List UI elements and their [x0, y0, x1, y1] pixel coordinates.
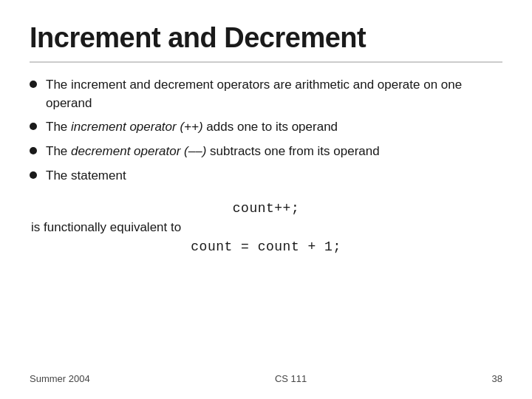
- list-item: The increment and decrement operators ar…: [30, 76, 502, 112]
- title-divider: [30, 61, 502, 63]
- code-line-1: count++;: [30, 201, 502, 216]
- list-item: The statement: [30, 167, 502, 185]
- bullet-text-4: The statement: [46, 167, 502, 185]
- bullet-text-1: The increment and decrement operators ar…: [46, 76, 502, 112]
- bullet-list: The increment and decrement operators ar…: [30, 76, 502, 191]
- slide-title: Increment and Decrement: [30, 22, 502, 54]
- bullet-icon: [30, 171, 37, 179]
- list-item: The increment operator (++) adds one to …: [30, 118, 502, 137]
- bullet-icon: [30, 147, 37, 154]
- footer-course-name: CS 111: [275, 373, 307, 384]
- bullet-text-3: The decrement operator (––) subtracts on…: [46, 143, 502, 161]
- list-item: The decrement operator (––) subtracts on…: [30, 143, 502, 161]
- italic-text: decrement operator (––): [71, 144, 206, 158]
- slide: Increment and Decrement The increment an…: [0, 0, 532, 399]
- code-line-2: count = count + 1;: [30, 239, 502, 254]
- italic-text: increment operator (++): [71, 120, 203, 134]
- footer-course-date: Summer 2004: [30, 373, 90, 384]
- bullet-text-2: The increment operator (++) adds one to …: [46, 118, 502, 137]
- equiv-text: is functionally equivalent to: [31, 220, 502, 235]
- bullet-icon: [30, 81, 37, 88]
- footer-page-number: 38: [492, 373, 502, 384]
- bullet-icon: [30, 123, 37, 130]
- slide-footer: Summer 2004 CS 111 38: [30, 369, 502, 384]
- slide-content: The increment and decrement operators ar…: [30, 76, 502, 369]
